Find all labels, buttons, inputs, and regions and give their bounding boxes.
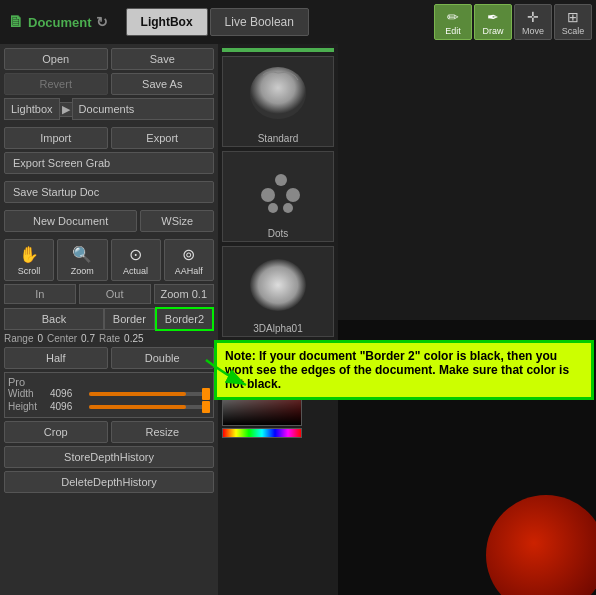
rainbow-bar[interactable] <box>222 428 302 438</box>
actual-button[interactable]: ⊙ Actual <box>111 239 161 281</box>
top-bar: 🗎 Document ↻ LightBox Live Boolean ✏ Edi… <box>0 0 596 44</box>
scroll-label: Scroll <box>18 266 41 276</box>
width-slider[interactable] <box>89 392 210 396</box>
move-label: Move <box>522 26 544 36</box>
new-doc-row: New Document WSize <box>4 210 214 232</box>
tab-lightbox[interactable]: LightBox <box>126 8 208 36</box>
scroll-button[interactable]: ✋ Scroll <box>4 239 54 281</box>
dots-brush-svg <box>243 160 313 220</box>
move-button[interactable]: ✛ Move <box>514 4 552 40</box>
green-accent-bar <box>222 48 334 52</box>
wsize-button[interactable]: WSize <box>140 210 214 232</box>
edit-button[interactable]: ✏ Edit <box>434 4 472 40</box>
crop-button[interactable]: Crop <box>4 421 108 443</box>
edit-icon: ✏ <box>447 9 459 25</box>
import-button[interactable]: Import <box>4 127 108 149</box>
center-value: 0.7 <box>81 333 95 344</box>
svg-point-1 <box>261 188 275 202</box>
back-button[interactable]: Back <box>4 308 104 330</box>
tab-live-boolean[interactable]: Live Boolean <box>210 8 309 36</box>
zoom-out-button[interactable]: Out <box>79 284 151 304</box>
center-panel: Standard Dots <box>218 44 338 595</box>
open-button[interactable]: Open <box>4 48 108 70</box>
open-save-row: Open Save <box>4 48 214 70</box>
height-slider[interactable] <box>89 405 210 409</box>
refresh-icon[interactable]: ↻ <box>96 14 108 30</box>
range-value: 0 <box>37 333 43 344</box>
pro-label: Pro <box>8 376 25 388</box>
aahalf-icon: ⊚ <box>182 245 195 264</box>
document-icon: 🗎 <box>8 13 24 31</box>
standard-brush-svg <box>243 65 313 125</box>
zoom-control-row: In Out Zoom 0.1 <box>4 284 214 304</box>
export-screen-grab-button[interactable]: Export Screen Grab <box>4 152 214 174</box>
save-as-button[interactable]: Save As <box>111 73 215 95</box>
standard-label: Standard <box>258 133 299 144</box>
right-panel <box>338 44 596 595</box>
export-button[interactable]: Export <box>111 127 215 149</box>
actual-label: Actual <box>123 266 148 276</box>
revert-button[interactable]: Revert <box>4 73 108 95</box>
width-slider-fill <box>89 392 186 396</box>
height-slider-thumb[interactable] <box>202 401 210 413</box>
svg-point-4 <box>268 203 278 213</box>
import-export-row: Import Export <box>4 127 214 149</box>
center-label: Center <box>47 333 77 344</box>
depth-history-row: StoreDepthHistory DeleteDepthHistory <box>4 446 214 493</box>
border-button[interactable]: Border <box>104 308 155 330</box>
half-double-row: Half Double <box>4 347 214 369</box>
save-startup-row: Save Startup Doc <box>4 181 214 203</box>
delete-depth-button[interactable]: DeleteDepthHistory <box>4 471 214 493</box>
pro-section: Pro Width 4096 Height 4096 <box>4 372 214 418</box>
breadcrumb-documents[interactable]: Documents <box>72 98 214 120</box>
store-depth-button[interactable]: StoreDepthHistory <box>4 446 214 468</box>
brush-item-standard[interactable]: Standard <box>222 56 334 147</box>
brush-preview-dots <box>223 152 333 227</box>
svg-point-6 <box>250 259 306 311</box>
rate-label: Rate <box>99 333 120 344</box>
move-icon: ✛ <box>527 9 539 25</box>
brush-item-alpha[interactable]: 3DAlpha01 <box>222 246 334 337</box>
zoom-label: Zoom <box>71 266 94 276</box>
border2-button[interactable]: Border2 <box>155 307 214 331</box>
save-button[interactable]: Save <box>111 48 215 70</box>
zoom-icon: 🔍 <box>72 245 92 264</box>
draw-label: Draw <box>482 26 503 36</box>
draw-icon: ✒ <box>487 9 499 25</box>
new-document-button[interactable]: New Document <box>4 210 137 232</box>
panel-title: Document <box>28 15 92 30</box>
resize-button[interactable]: Resize <box>111 421 215 443</box>
brush-preview-standard <box>223 57 333 132</box>
save-startup-doc-button[interactable]: Save Startup Doc <box>4 181 214 203</box>
half-button[interactable]: Half <box>4 347 108 369</box>
scale-label: Scale <box>562 26 585 36</box>
zoom-in-button[interactable]: In <box>4 284 76 304</box>
scale-button[interactable]: ⊞ Scale <box>554 4 592 40</box>
scale-icon: ⊞ <box>567 9 579 25</box>
note-text: Note: If your document "Border 2" color … <box>225 349 569 391</box>
alpha-brush-svg <box>243 255 313 315</box>
aahalf-button[interactable]: ⊚ AAHalf <box>164 239 214 281</box>
crop-resize-row: Crop Resize <box>4 421 214 443</box>
actual-icon: ⊙ <box>129 245 142 264</box>
brush-preview-alpha <box>223 247 333 322</box>
height-row: Height 4096 <box>8 401 210 412</box>
breadcrumb-lightbox[interactable]: Lightbox <box>4 98 60 120</box>
breadcrumb-row: Lightbox ▶ Documents <box>4 98 214 120</box>
zoom-button[interactable]: 🔍 Zoom <box>57 239 107 281</box>
export-screen-grab-row: Export Screen Grab <box>4 152 214 174</box>
view-icons-row: ✋ Scroll 🔍 Zoom ⊙ Actual ⊚ AAHalf <box>4 239 214 281</box>
svg-point-2 <box>275 174 287 186</box>
red-circle <box>486 495 596 595</box>
range-label: Range <box>4 333 33 344</box>
alpha-label: 3DAlpha01 <box>253 323 302 334</box>
edit-label: Edit <box>445 26 461 36</box>
range-row: Range 0 Center 0.7 Rate 0.25 <box>4 333 214 344</box>
brush-item-dots[interactable]: Dots <box>222 151 334 242</box>
width-value: 4096 <box>50 388 85 399</box>
draw-button[interactable]: ✒ Draw <box>474 4 512 40</box>
scroll-icon: ✋ <box>19 245 39 264</box>
back-border-row: Back Border Border2 <box>4 307 214 331</box>
height-label: Height <box>8 401 46 412</box>
rate-value: 0.25 <box>124 333 143 344</box>
